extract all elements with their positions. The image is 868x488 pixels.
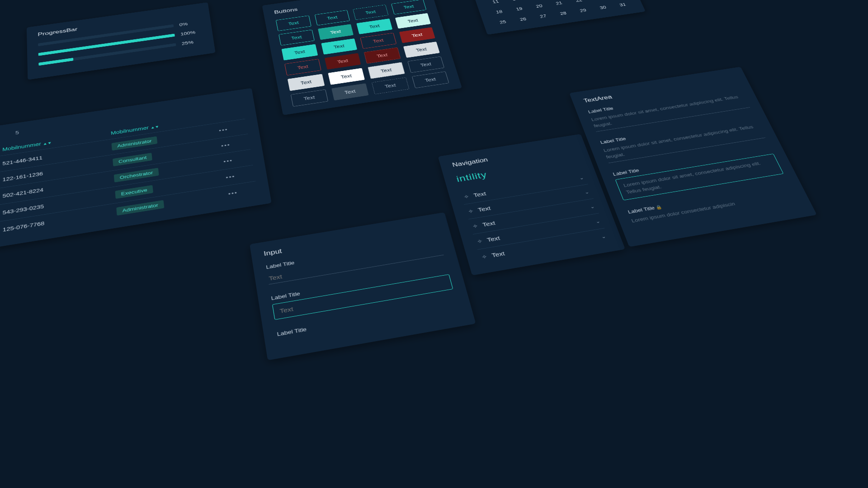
button[interactable]: Text	[331, 83, 369, 100]
calendar-day[interactable]: 20	[529, 1, 549, 11]
button[interactable]: Text	[364, 47, 401, 64]
role-badge: Orchestrator	[114, 168, 159, 182]
progress-label: 100%	[180, 29, 202, 36]
button[interactable]: Text	[407, 56, 444, 73]
calendar-day[interactable]: 30	[593, 3, 613, 13]
row-more-icon[interactable]: •••	[228, 190, 238, 197]
button[interactable]: Text	[278, 30, 314, 46]
button[interactable]: Text	[395, 13, 430, 28]
button[interactable]: Text	[321, 38, 357, 55]
progress-label: 25%	[181, 38, 203, 46]
row-more-icon[interactable]: •••	[218, 127, 228, 133]
calendar-day[interactable]: 12	[505, 0, 525, 4]
button[interactable]: Text	[276, 15, 311, 31]
row-more-icon[interactable]: •••	[221, 142, 231, 149]
progressbar-card: ProgressBar 0%100%25%	[27, 2, 216, 80]
calendar-day[interactable]: 18	[489, 7, 509, 17]
button[interactable]: Text	[391, 0, 427, 14]
calendar-day[interactable]: 13	[525, 0, 545, 1]
button[interactable]: Text	[328, 68, 365, 85]
button[interactable]: Text	[368, 62, 405, 79]
role-badge: Administrator	[117, 200, 165, 216]
button[interactable]: Text	[318, 24, 354, 40]
button[interactable]: Text	[356, 19, 392, 34]
button[interactable]: Text	[411, 71, 449, 88]
button[interactable]: Text	[353, 5, 388, 20]
calendar-day[interactable]: 27	[533, 11, 553, 21]
calendar-day[interactable]: 23	[589, 0, 609, 2]
role-badge: Consultant	[113, 153, 152, 166]
button[interactable]: Text	[372, 77, 409, 94]
button[interactable]: Text	[282, 44, 318, 61]
calendar-day[interactable]: 11	[486, 0, 505, 7]
buttons-card: Buttons TextTextTextTextTextTextTextText…	[262, 0, 462, 115]
calendar-day[interactable]: 22	[569, 0, 589, 5]
button[interactable]: Text	[403, 42, 440, 58]
calendar-day[interactable]: 25	[493, 17, 513, 27]
table-card: 4 5 ernavn▲▼E-mail▲▼Mobilnummer▲▼Mobilnu…	[0, 88, 272, 294]
input-card: Input Label Title Label Title Label Titl…	[250, 212, 476, 361]
button[interactable]: Text	[399, 27, 435, 43]
calendar-day[interactable]: 28	[553, 8, 573, 18]
row-more-icon[interactable]: •••	[226, 174, 236, 180]
calendar-day[interactable]: 31	[613, 0, 632, 9]
button[interactable]: Text	[314, 10, 350, 25]
progress-label: 0%	[179, 20, 200, 27]
role-badge: Executive	[115, 185, 153, 199]
calendar-day[interactable]: 26	[513, 14, 533, 24]
calendar-day[interactable]: 29	[573, 5, 593, 15]
button[interactable]: Text	[288, 74, 325, 91]
calendar-day[interactable]: 19	[509, 4, 529, 14]
pager-page[interactable]: 5	[15, 130, 19, 136]
row-more-icon[interactable]: •••	[223, 157, 233, 164]
button[interactable]: Text	[291, 89, 328, 107]
calendar-day[interactable]: 21	[549, 0, 569, 8]
button[interactable]: Text	[324, 53, 361, 70]
button[interactable]: Text	[360, 33, 396, 49]
datepicker-card: DatePicker Jan 2021 MTOTFLS2829303112345…	[458, 0, 646, 35]
button[interactable]: Text	[284, 59, 321, 75]
